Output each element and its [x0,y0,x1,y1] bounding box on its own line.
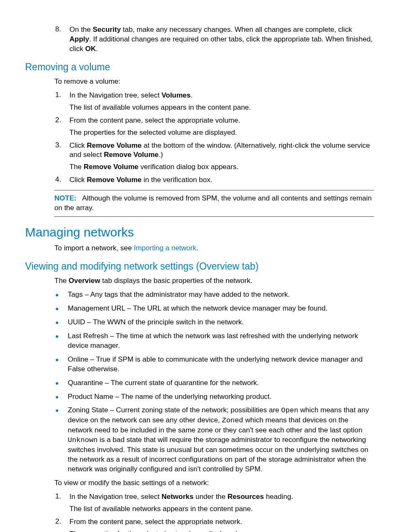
list-body: On the Security tab, make any necessary … [69,25,374,54]
list-item: ●Product Name – The name of the underlyi… [55,392,374,402]
list-body: In the Navigation tree, select Volumes. … [69,91,374,113]
list-item: ●Quarantine – The current state of quara… [55,378,374,388]
label-resources: Resources [228,493,264,501]
text: In the Navigation tree, select [69,493,161,501]
label-security: Security [93,26,121,33]
sub-text: The properties for the selected volume a… [69,128,374,138]
list-body: From the content pane, select the approp… [69,116,374,138]
intro-text: To remove a volume: [54,77,374,87]
text: On the [69,26,93,33]
sub-text: The Remove Volume verification dialog bo… [69,162,374,172]
text: tab displays the basic properties of the… [100,277,253,285]
text: . [96,45,98,53]
heading-managing-networks: Managing networks [25,225,374,239]
list-item: 3. Click Remove Volume at the bottom of … [55,141,374,172]
text: in the verification box. [142,176,212,184]
text: The [69,163,84,171]
code-open: Open [281,406,298,414]
text: Product Name – The name of the underlyin… [68,392,374,402]
code-unknown: Unknown [68,436,97,444]
text: Zoning State – Current zoning state of t… [68,406,281,414]
text: heading. [264,493,293,501]
text: Management URL – The URL at which the ne… [68,304,374,314]
intro-text: The Overview tab displays the basic prop… [54,276,374,286]
list-body: Click Remove Volume in the verification … [69,175,374,185]
list-item: ●Management URL – The URL at which the n… [55,304,374,314]
ordered-list: 1. In the Navigation tree, select Volume… [55,91,374,185]
code-zoned: Zoned [222,416,243,424]
label-ok: OK [85,45,96,53]
list-item: 1. In the Navigation tree, select Volume… [55,91,374,113]
bullet-icon: ● [55,332,68,351]
list-item: 4. Click Remove Volume in the verificati… [55,175,374,185]
bullet-icon: ● [55,290,68,300]
label-remove-volume: Remove Volume [87,141,142,149]
text: Quarantine – The current state of quaran… [68,378,374,388]
list-number: 2. [55,517,69,532]
sub-text: The list of available volumes appears in… [69,103,374,113]
list-number: 3. [55,141,69,172]
heading-viewing-network-settings: Viewing and modifying network settings (… [25,261,374,272]
label-remove-volume: Remove Volume [87,176,142,184]
text: under the [194,493,228,501]
sub-text: The list of available networks appears i… [69,504,374,514]
list-item: ●Last Refresh – The time at which the ne… [55,332,374,351]
ordered-list: 1. In the Navigation tree, select Networ… [55,492,374,532]
heading-removing-volume: Removing a volume [25,62,374,73]
list-item: 8. On the Security tab, make any necessa… [55,25,374,54]
page: 8. On the Security tab, make any necessa… [0,0,399,532]
bullet-icon: ● [55,406,68,474]
bullet-icon: ● [55,304,68,314]
text: Online – True if SPM is able to communic… [68,355,374,374]
list-item: 2. From the content pane, select the app… [55,116,374,138]
bullet-icon: ● [55,355,68,374]
label-volumes: Volumes [161,91,191,99]
text: . [196,244,198,252]
list-body: From the content pane, select the approp… [69,517,374,532]
bullet-icon: ● [55,378,68,388]
text: is a bad state that will require the sto… [68,436,368,473]
text: Zoning State – Current zoning state of t… [68,406,374,474]
list-body: In the Navigation tree, select Networks … [69,492,374,514]
text: tab, make any necessary changes. When al… [121,26,352,33]
bullet-icon: ● [55,392,68,402]
list-number: 4. [55,175,69,185]
bullet-icon: ● [55,318,68,327]
text: .) [159,151,163,159]
list-body: Click Remove Volume at the bottom of the… [69,141,374,172]
text: Click [69,176,87,184]
list-item: ● Zoning State – Current zoning state of… [55,406,374,474]
intro-text: To view or modify the basic settings of … [54,478,374,488]
list-number: 8. [55,25,69,54]
label-remove-volume: Remove Volume [84,163,138,171]
text: Last Refresh – The time at which the net… [68,332,374,351]
text: verification dialog box appears. [138,163,238,171]
list-number: 1. [55,91,69,113]
list-number: 1. [55,492,69,514]
label-apply: Apply [69,35,89,43]
list-item: 2. From the content pane, select the app… [55,517,374,532]
ordered-list-continuation: 8. On the Security tab, make any necessa… [55,25,374,54]
text: The [54,277,69,285]
list-number: 2. [55,116,69,138]
text: Tags – Any tags that the administrator m… [68,290,374,300]
text: . [191,91,193,99]
list-item: 1. In the Navigation tree, select Networ… [55,492,374,514]
text: From the content pane, select the approp… [69,116,240,124]
list-item: ●Tags – Any tags that the administrator … [55,290,374,300]
note-box: NOTE: Although the volume is removed fro… [54,190,374,217]
bullet-list: ●Tags – Any tags that the administrator … [55,290,374,474]
list-item: ●Online – True if SPM is able to communi… [55,355,374,374]
text: From the content pane, select the approp… [69,518,242,526]
label-remove-volume: Remove Volume [104,151,159,159]
text: Click [69,141,87,149]
text: UUID – The WWN of the principle switch i… [68,318,374,327]
text: In the Navigation tree, select [69,91,161,99]
label-networks: Networks [161,493,194,501]
note-label: NOTE: [54,194,77,202]
link-importing-network[interactable]: Importing a network [134,244,196,252]
label-overview: Overview [69,277,100,285]
note-text: Although the volume is removed from SPM,… [54,194,372,212]
sub-text: The properties for the selected network … [69,529,374,532]
intro-text: To import a network, see Importing a net… [54,244,374,253]
